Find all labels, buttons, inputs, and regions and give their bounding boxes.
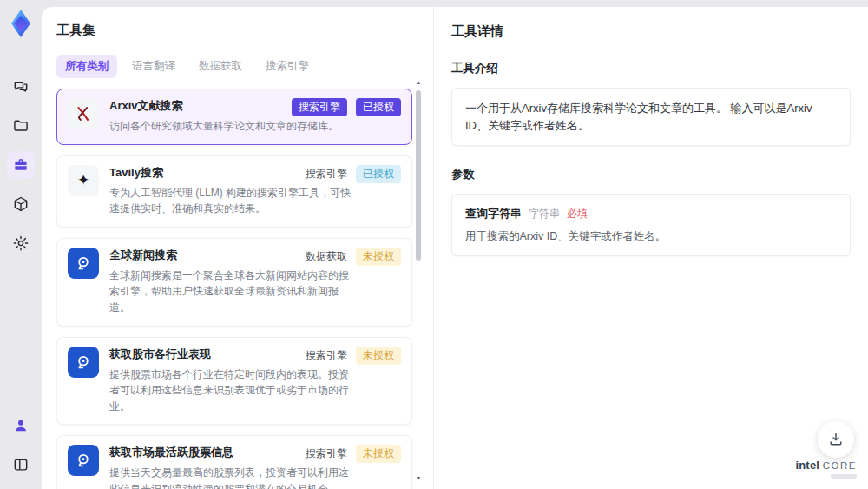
param-required-flag: 必填 — [567, 207, 588, 221]
folder-icon — [12, 117, 30, 135]
tool-auth-badge: 未授权 — [356, 445, 401, 463]
intro-heading: 工具介绍 — [451, 61, 851, 76]
scrollbar-thumb[interactable] — [416, 90, 421, 261]
tool-auth-badge: 未授权 — [356, 248, 401, 266]
tool-description: 提供当天交易量最高的股票列表，投资者可以利用这些信息来识别流动性强的股票和潜在的… — [109, 465, 356, 489]
tool-details-panel: 工具详情 工具介绍 一个用于从Arxiv存储库搜索科学论文和文章的工具。 输入可… — [434, 7, 868, 489]
packages-nav-button[interactable] — [7, 190, 35, 218]
scroll-up-arrow-icon[interactable]: ▲ — [415, 79, 422, 86]
tool-category-label: 数据获取 — [306, 249, 347, 264]
brand-underline-bar — [831, 474, 857, 479]
tavily-icon: ✦ — [68, 165, 99, 196]
collapse-panel-button[interactable] — [7, 451, 35, 479]
tool-name: 获取市场最活跃股票信息 — [109, 445, 233, 460]
sidebar-toggle-icon — [12, 456, 30, 473]
tool-category-label: 搜索引擎 — [306, 348, 347, 363]
tool-description: 全球新闻搜索是一个聚合全球各大新闻网站内容的搜索引擎，帮助用户快速获取全球最新资… — [109, 268, 356, 316]
param-type: 字符串 — [529, 207, 560, 221]
tool-name: 全球新闻搜索 — [109, 248, 177, 263]
tool-category-label: 搜索引擎 — [292, 98, 347, 116]
download-icon — [827, 431, 845, 448]
tool-auth-badge: 已授权 — [356, 165, 401, 183]
news-search-icon — [74, 353, 93, 372]
tools-nav-button[interactable] — [7, 151, 35, 179]
category-tab-2[interactable]: 数据获取 — [190, 55, 251, 78]
chat-nav-button[interactable] — [7, 73, 35, 101]
page-title: 工具集 — [56, 23, 412, 39]
list-scrollbar[interactable]: ▲ ▼ — [415, 79, 422, 482]
user-icon — [12, 417, 30, 434]
app-rail — [0, 0, 42, 489]
news-icon — [68, 445, 99, 476]
toolbox-icon — [12, 156, 30, 174]
app-logo-icon — [7, 9, 35, 38]
brand-primary: intel — [795, 459, 819, 472]
category-tab-0[interactable]: 所有类别 — [56, 55, 117, 78]
param-description: 用于搜索的Arxiv ID、关键字或作者姓名。 — [465, 229, 837, 244]
tool-category-label: 搜索引擎 — [306, 446, 347, 461]
cube-icon — [12, 195, 30, 213]
tool-description: 专为人工智能代理 (LLM) 构建的搜索引擎工具，可快速提供实时、准确和真实的结… — [109, 185, 356, 217]
settings-nav-button[interactable] — [7, 229, 35, 257]
param-box: 查询字符串 字符串 必填 用于搜索的Arxiv ID、关键字或作者姓名。 — [451, 194, 851, 256]
tool-card[interactable]: ✦ Tavily搜索 搜索引擎 已授权 专为人工智能代理 (LLM) 构建的搜索… — [56, 155, 412, 228]
tool-card[interactable]: 全球新闻搜索 数据获取 未授权 全球新闻搜索是一个聚合全球各大新闻网站内容的搜索… — [56, 238, 412, 327]
scroll-down-arrow-icon[interactable]: ▼ — [415, 475, 422, 482]
category-tab-1[interactable]: 语言翻译 — [123, 55, 184, 78]
tool-auth-badge: 已授权 — [356, 98, 401, 116]
tool-category-label: 搜索引擎 — [306, 167, 347, 182]
param-name: 查询字符串 — [465, 206, 522, 221]
category-tabs: 所有类别语言翻译数据获取搜索引擎 — [56, 55, 412, 78]
tool-auth-badge: 未授权 — [356, 347, 401, 365]
files-nav-button[interactable] — [7, 112, 35, 140]
tavily-star-icon: ✦ — [77, 173, 89, 188]
tool-description: 提供股票市场各个行业在特定时间段内的表现。投资者可以利用这些信息来识别表现优于或… — [109, 367, 356, 415]
news-search-icon — [74, 254, 93, 273]
category-tab-3[interactable]: 搜索引擎 — [257, 55, 318, 78]
tool-card[interactable]: Arxiv文献搜索 搜索引擎 已授权 访问各个研究领域大量科学论文和文章的存储库… — [56, 89, 412, 145]
gear-icon — [12, 235, 30, 252]
news-icon — [68, 248, 99, 279]
chat-icon — [12, 78, 30, 96]
params-heading: 参数 — [451, 167, 851, 182]
main-surface: 工具集 所有类别语言翻译数据获取搜索引擎 Arxiv文献搜索 搜索引擎 已授权 … — [42, 7, 868, 489]
download-button[interactable] — [818, 421, 854, 458]
intel-core-logo: intel CORE — [795, 459, 857, 479]
account-button[interactable] — [7, 412, 35, 439]
tool-card[interactable]: 获取市场最活跃股票信息 搜索引擎 未授权 提供当天交易量最高的股票列表，投资者可… — [56, 435, 412, 489]
tool-name: Arxiv文献搜索 — [109, 98, 183, 114]
tool-card[interactable]: 获取股市各行业表现 搜索引擎 未授权 提供股票市场各个行业在特定时间段内的表现。… — [56, 337, 412, 426]
tool-list: Arxiv文献搜索 搜索引擎 已授权 访问各个研究领域大量科学论文和文章的存储库… — [56, 89, 412, 489]
brand-secondary: CORE — [823, 460, 857, 471]
intro-text: 一个用于从Arxiv存储库搜索科学论文和文章的工具。 输入可以是Arxiv ID… — [465, 100, 837, 134]
tool-name: 获取股市各行业表现 — [109, 347, 211, 362]
news-icon — [68, 347, 99, 378]
tool-name: Tavily搜索 — [109, 165, 163, 181]
arxiv-icon — [68, 98, 99, 129]
tool-description: 访问各个研究领域大量科学论文和文章的存储库。 — [109, 118, 356, 135]
tools-panel: 工具集 所有类别语言翻译数据获取搜索引擎 Arxiv文献搜索 搜索引擎 已授权 … — [42, 7, 434, 489]
arxiv-logo-icon — [74, 104, 93, 123]
details-title: 工具详情 — [451, 23, 851, 40]
news-search-icon — [74, 451, 93, 470]
intro-box: 一个用于从Arxiv存储库搜索科学论文和文章的工具。 输入可以是Arxiv ID… — [451, 88, 851, 146]
